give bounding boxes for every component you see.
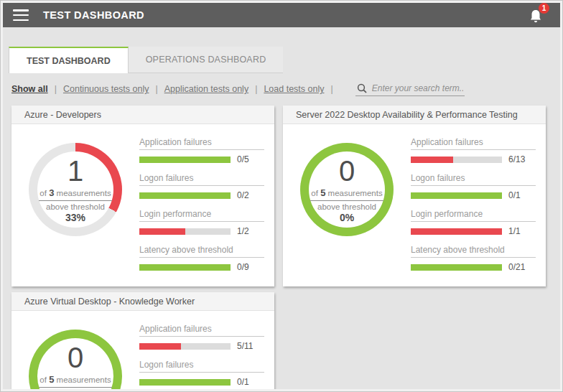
metric-bar-track <box>139 379 231 386</box>
metric-row: 1/2 <box>139 226 264 236</box>
metric-bar-track <box>139 264 231 271</box>
metric-row: 0/2 <box>139 190 264 200</box>
gauge-of-line: of 3 measurements <box>39 187 111 198</box>
gauge-measurements-label: measurements <box>57 375 111 384</box>
metric-bar-track <box>411 264 502 271</box>
gauge-percent: 0% <box>340 212 354 223</box>
metric-bar-fill <box>411 157 453 163</box>
metric-label: Logon failures <box>139 360 264 373</box>
gauge-total: 5 <box>320 187 325 198</box>
dashboard-card[interactable]: Server 2022 Desktop Availability & Perfo… <box>283 106 546 286</box>
gauge-divider <box>310 200 383 201</box>
metric-bar-fill <box>411 228 502 235</box>
metric-bar-fill <box>139 379 231 386</box>
metric-value: 0/5 <box>237 154 264 164</box>
gauge-threshold-label: above threshold <box>46 389 105 390</box>
metric-label: Application failures <box>139 324 264 337</box>
filter-continuous-tests[interactable]: Continuous tests only <box>63 84 149 94</box>
metric-label: Latency above threshold <box>411 245 536 258</box>
tab-test-dashboard[interactable]: TEST DASHBOARD <box>9 47 129 73</box>
metric-bar-fill <box>139 264 231 271</box>
search-box <box>355 82 465 96</box>
metric-value: 0/2 <box>237 190 264 200</box>
metric-bar-fill <box>139 192 231 199</box>
card-body: 0 of 5 measurements above threshold 0% A… <box>283 124 546 286</box>
gauge-of-label: of <box>39 189 47 197</box>
metrics-list: Application failures 6/13 Logon failures… <box>411 137 536 272</box>
app-title: TEST DASHBOARD <box>43 9 144 21</box>
metric-value: 0/21 <box>508 262 536 272</box>
gauge-total: 5 <box>49 374 54 385</box>
metric-bar-fill <box>411 192 502 199</box>
cards-grid: Azure - Developers 1 of 3 measurements a… <box>11 106 553 389</box>
notification-badge: 1 <box>539 3 549 14</box>
metric-bar-fill <box>139 343 181 350</box>
metric-item: Login performance 1/2 <box>139 209 264 236</box>
metric-item: Application failures 5/11 <box>139 324 264 351</box>
metric-label: Login performance <box>139 209 264 222</box>
metric-item: Logon failures 0/1 <box>411 173 536 200</box>
filter-application-tests[interactable]: Application tests only <box>164 84 248 94</box>
app-window: TEST DASHBOARD 1 TEST DASHBOARD OPERATIO… <box>0 0 563 392</box>
card-body: 1 of 3 measurements above threshold 33% … <box>11 124 274 286</box>
gauge-ring: 0 of 5 measurements above threshold 0% <box>29 330 122 389</box>
gauge-measurements-label: measurements <box>328 189 383 197</box>
metric-item: Application failures 0/5 <box>139 137 264 164</box>
metric-bar-fill <box>411 264 502 271</box>
metric-bar-fill <box>139 157 231 163</box>
notifications-button[interactable]: 1 <box>527 6 546 24</box>
gauge-count: 1 <box>68 157 83 185</box>
metric-bar-track <box>139 343 231 350</box>
gauge-ring: 0 of 5 measurements above threshold 0% <box>300 143 394 236</box>
gauge-threshold-label: above threshold <box>317 202 376 211</box>
gauge-center: 0 of 5 measurements above threshold 0% <box>309 151 385 228</box>
content-area: TEST DASHBOARD OPERATIONS DASHBOARD Show… <box>3 27 560 389</box>
metric-row: 0/5 <box>139 154 264 164</box>
dashboard-card[interactable]: Azure - Developers 1 of 3 measurements a… <box>11 106 274 286</box>
gauge-count: 0 <box>68 343 83 372</box>
gauge-count: 0 <box>339 157 355 185</box>
filter-separator: | <box>155 84 157 94</box>
metric-item: Latency above threshold 0/9 <box>139 245 264 272</box>
gauge-of-line: of 5 measurements <box>311 187 382 198</box>
metric-value: 1/2 <box>237 226 264 236</box>
gauge-divider <box>39 200 112 201</box>
search-icon <box>357 83 367 93</box>
gauge-threshold-label: above threshold <box>46 202 105 211</box>
search-input[interactable] <box>372 83 463 93</box>
metric-value: 0/9 <box>237 262 264 272</box>
metric-value: 6/13 <box>508 154 536 164</box>
filter-load-tests[interactable]: Load tests only <box>264 84 324 94</box>
card-title: Server 2022 Desktop Availability & Perfo… <box>283 106 546 124</box>
menu-icon[interactable] <box>13 9 29 21</box>
metric-bar-track <box>411 157 502 163</box>
dashboard-card[interactable]: Azure Virtual Desktop - Knowledge Worker… <box>11 292 274 389</box>
tab-operations-dashboard[interactable]: OPERATIONS DASHBOARD <box>129 47 284 73</box>
gauge-measurements-label: measurements <box>57 189 111 197</box>
metric-bar-track <box>139 157 231 163</box>
metric-item: Login performance 1/1 <box>411 209 536 236</box>
gauge-center: 1 of 3 measurements above threshold 33% <box>37 151 113 228</box>
card-title: Azure Virtual Desktop - Knowledge Worker <box>11 292 274 311</box>
metric-bar-fill <box>139 228 185 235</box>
card-body: 0 of 5 measurements above threshold 0% A… <box>11 311 274 389</box>
metric-row: 0/21 <box>411 262 536 272</box>
filter-show-all[interactable]: Show all <box>11 84 48 94</box>
filter-separator: | <box>331 84 333 94</box>
gauge-center: 0 of 5 measurements above threshold 0% <box>37 338 113 389</box>
metric-value: 0/1 <box>237 377 264 387</box>
metric-bar-track <box>139 192 231 199</box>
gauge-percent: 33% <box>65 212 85 223</box>
filter-separator: | <box>55 84 57 94</box>
metric-value: 1/1 <box>508 226 536 236</box>
metric-label: Latency above threshold <box>139 245 264 258</box>
filter-separator: | <box>255 84 257 94</box>
metric-row: 0/9 <box>139 262 264 272</box>
gauge-of-label: of <box>39 375 47 384</box>
metric-row: 6/13 <box>411 154 536 164</box>
gauge-of-line: of 5 measurements <box>39 374 111 385</box>
card-title: Azure - Developers <box>11 106 274 124</box>
metric-bar-track <box>411 192 502 199</box>
metric-row: 1/1 <box>411 226 536 236</box>
metric-item: Application failures 6/13 <box>411 137 536 164</box>
